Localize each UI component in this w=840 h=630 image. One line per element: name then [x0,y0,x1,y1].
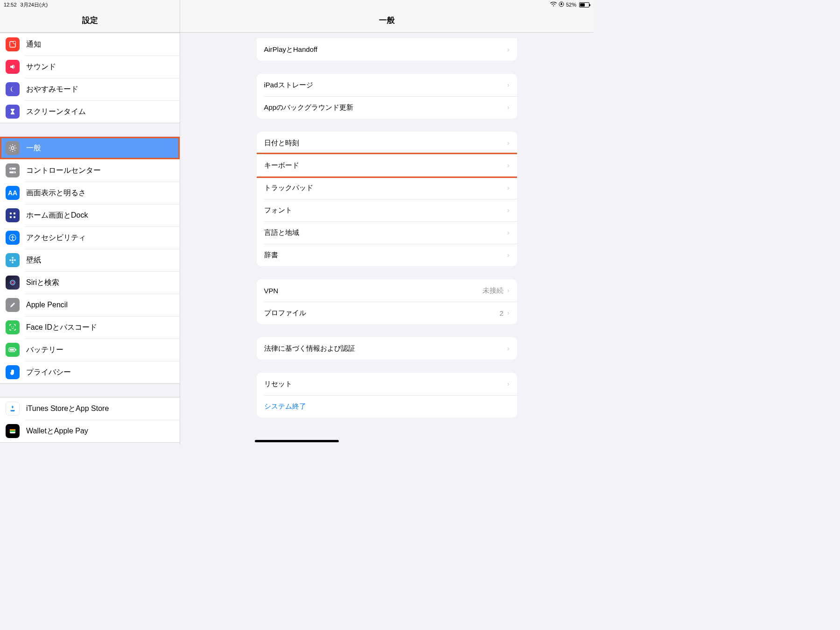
sidebar-item-itunes[interactable]: iTunes StoreとApp Store [0,397,180,420]
status-date: 3月24日(火) [21,1,48,8]
sidebar-item-faceid[interactable]: Face IDとパスコード [0,316,180,339]
sidebar-item-label: ホーム画面とDock [26,211,88,220]
sidebar-item-privacy[interactable]: プライバシー [0,361,180,383]
sidebar-item-battery[interactable]: バッテリー [0,339,180,361]
moon-icon [6,82,20,96]
status-time: 12:52 [4,2,17,7]
row-profile[interactable]: プロファイル 2 › [257,302,517,324]
svg-point-22 [13,326,14,327]
svg-point-3 [11,147,14,149]
row-language-region[interactable]: 言語と地域 › [257,221,517,244]
row-date-time[interactable]: 日付と時刻 › [257,132,517,154]
sidebar-item-home-dock[interactable]: ホーム画面とDock [0,204,180,227]
wifi-icon [550,2,557,7]
row-airplay-handoff[interactable]: AirPlayとHandoff › [257,38,517,61]
svg-point-18 [14,259,16,261]
sidebar-item-label: プライバシー [26,368,71,377]
svg-rect-4 [9,168,16,170]
sidebar-item-label: 画面表示と明るさ [26,188,86,198]
row-keyboard[interactable]: キーボード › [257,154,517,177]
chevron-right-icon: › [507,104,510,111]
sidebar-item-wallpaper[interactable]: 壁紙 [0,249,180,271]
sidebar-item-label: WalletとApple Pay [26,426,88,436]
siri-icon [6,276,20,290]
row-label: フォント [264,206,292,215]
svg-rect-11 [14,216,15,218]
svg-point-16 [12,262,14,263]
detail-group-0: AirPlayとHandoff › [257,38,517,61]
sidebar-item-display[interactable]: AA 画面表示と明るさ [0,182,180,204]
detail-group-5: リセット › システム終了 [257,373,517,418]
sidebar-item-label: 通知 [26,40,41,50]
home-indicator[interactable] [255,440,339,442]
row-ipad-storage[interactable]: iPadストレージ › [257,74,517,96]
svg-rect-25 [10,349,14,351]
status-bar: 12:52 3月24日(火) 52% [0,0,593,9]
svg-point-13 [12,236,14,237]
notifications-icon [6,37,20,51]
sidebar-group-0: 通知 サウンド おやすみモード スクリーンタイム [0,33,180,123]
sidebar-group-1: 一般 コントロールセンター AA 画面表示と明るさ ホーム画面とDock アクセ… [0,136,180,384]
svg-point-2 [13,41,16,44]
sidebar-item-label: 壁紙 [26,255,41,265]
svg-point-7 [14,172,14,173]
appstore-icon [6,402,20,416]
row-label: VPN [264,287,279,295]
rotation-lock-icon [559,1,564,8]
sidebar-item-siri[interactable]: Siriと検索 [0,271,180,294]
sound-icon [6,60,20,74]
pencil-icon [6,298,20,312]
row-background-refresh[interactable]: Appのバックグラウンド更新 › [257,96,517,119]
detail-group-3: VPN 未接続 › プロファイル 2 › [257,279,517,324]
row-fonts[interactable]: フォント › [257,199,517,221]
sidebar-item-label: iTunes StoreとApp Store [26,404,109,414]
row-value: 2 [499,309,503,317]
chevron-right-icon: › [507,139,510,147]
svg-point-14 [12,259,14,261]
sidebar-item-accessibility[interactable]: アクセシビリティ [0,227,180,249]
row-label: トラックパッド [264,184,313,192]
row-vpn[interactable]: VPN 未接続 › [257,279,517,302]
sidebar-item-general[interactable]: 一般 [0,137,180,159]
sidebar-item-dnd[interactable]: おやすみモード [0,78,180,100]
sidebar-item-wallet[interactable]: WalletとApple Pay [0,420,180,442]
svg-rect-9 [14,212,15,214]
sidebar-item-sound[interactable]: サウンド [0,56,180,78]
flower-icon [6,253,20,267]
sidebar-item-pencil[interactable]: Apple Pencil [0,294,180,316]
battery-icon [6,343,20,357]
row-label: キーボード [264,161,299,170]
row-label: 言語と地域 [264,228,299,237]
svg-point-17 [9,259,11,261]
row-value: 未接続 [483,286,504,295]
row-label: iPadストレージ [264,81,313,90]
detail-group-4: 法律に基づく情報および認証 › [257,337,517,360]
battery-icon [579,2,589,7]
grid-icon [6,208,20,222]
text-size-icon: AA [6,186,20,200]
sidebar-item-screentime[interactable]: スクリーンタイム [0,100,180,123]
row-shutdown[interactable]: システム終了 [257,395,517,418]
faceid-icon [6,320,20,334]
sidebar-item-label: サウンド [26,62,56,72]
row-trackpad[interactable]: トラックパッド › [257,177,517,199]
chevron-right-icon: › [507,251,510,259]
gear-icon [6,141,20,155]
chevron-right-icon: › [507,184,510,191]
row-label: プロファイル [264,309,306,318]
chevron-right-icon: › [507,380,510,388]
svg-point-6 [11,168,12,169]
row-dictionary[interactable]: 辞書 › [257,244,517,266]
sidebar-item-label: おやすみモード [26,85,78,94]
row-label: システム終了 [264,402,306,411]
sidebar-item-label: 一般 [26,143,41,153]
svg-rect-24 [15,349,16,351]
row-reset[interactable]: リセット › [257,373,517,395]
chevron-right-icon: › [507,81,510,89]
sidebar-item-control-center[interactable]: コントロールセンター [0,159,180,182]
row-legal[interactable]: 法律に基づく情報および認証 › [257,337,517,360]
row-label: 法律に基づく情報および認証 [264,344,355,353]
row-label: リセット [264,380,292,389]
sidebar-item-notifications[interactable]: 通知 [0,33,180,56]
svg-rect-10 [10,216,12,218]
